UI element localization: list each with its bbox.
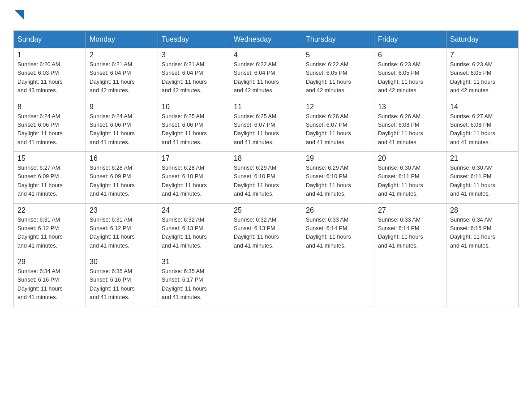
day-number: 9	[90, 103, 154, 111]
day-info: Sunrise: 6:24 AM Sunset: 6:06 PM Dayligh…	[90, 112, 154, 147]
calendar-cell: 6 Sunrise: 6:23 AM Sunset: 6:05 PM Dayli…	[374, 48, 446, 100]
day-info: Sunrise: 6:23 AM Sunset: 6:05 PM Dayligh…	[450, 60, 515, 95]
day-number: 7	[450, 51, 515, 59]
day-info: Sunrise: 6:33 AM Sunset: 6:14 PM Dayligh…	[306, 216, 370, 251]
day-info: Sunrise: 6:33 AM Sunset: 6:14 PM Dayligh…	[378, 216, 442, 251]
day-info: Sunrise: 6:26 AM Sunset: 6:08 PM Dayligh…	[378, 112, 442, 147]
weekday-header-friday: Friday	[374, 31, 446, 48]
day-number: 17	[162, 154, 226, 163]
day-number: 15	[17, 154, 82, 163]
calendar-cell: 25 Sunrise: 6:32 AM Sunset: 6:13 PM Dayl…	[230, 203, 302, 255]
day-info: Sunrise: 6:30 AM Sunset: 6:11 PM Dayligh…	[378, 164, 442, 199]
calendar-cell	[230, 255, 302, 307]
day-number: 24	[162, 206, 226, 214]
calendar-cell: 19 Sunrise: 6:29 AM Sunset: 6:10 PM Dayl…	[302, 152, 374, 204]
calendar-cell: 20 Sunrise: 6:30 AM Sunset: 6:11 PM Dayl…	[374, 152, 446, 204]
weekday-header-monday: Monday	[86, 31, 158, 48]
calendar-cell: 27 Sunrise: 6:33 AM Sunset: 6:14 PM Dayl…	[374, 203, 446, 255]
day-info: Sunrise: 6:25 AM Sunset: 6:06 PM Dayligh…	[162, 112, 226, 147]
calendar-week-row: 1 Sunrise: 6:20 AM Sunset: 6:03 PM Dayli…	[14, 48, 519, 100]
day-info: Sunrise: 6:29 AM Sunset: 6:10 PM Dayligh…	[306, 164, 370, 199]
day-info: Sunrise: 6:24 AM Sunset: 6:06 PM Dayligh…	[17, 112, 82, 147]
day-info: Sunrise: 6:21 AM Sunset: 6:04 PM Dayligh…	[162, 60, 226, 95]
calendar-week-row: 22 Sunrise: 6:31 AM Sunset: 6:12 PM Dayl…	[14, 203, 519, 255]
calendar-cell: 29 Sunrise: 6:34 AM Sunset: 6:16 PM Dayl…	[14, 255, 86, 307]
calendar-cell: 9 Sunrise: 6:24 AM Sunset: 6:06 PM Dayli…	[86, 100, 158, 152]
day-info: Sunrise: 6:35 AM Sunset: 6:17 PM Dayligh…	[162, 267, 226, 302]
day-number: 29	[17, 258, 82, 266]
day-number: 20	[378, 154, 442, 163]
day-number: 22	[17, 206, 82, 214]
calendar-cell: 4 Sunrise: 6:22 AM Sunset: 6:04 PM Dayli…	[230, 48, 302, 100]
day-info: Sunrise: 6:31 AM Sunset: 6:12 PM Dayligh…	[17, 216, 82, 251]
day-number: 4	[234, 51, 298, 59]
day-info: Sunrise: 6:35 AM Sunset: 6:16 PM Dayligh…	[90, 267, 154, 302]
svg-marker-0	[14, 10, 24, 20]
weekday-header-row: SundayMondayTuesdayWednesdayThursdayFrid…	[14, 31, 519, 48]
calendar-cell: 28 Sunrise: 6:34 AM Sunset: 6:15 PM Dayl…	[446, 203, 519, 255]
day-info: Sunrise: 6:32 AM Sunset: 6:13 PM Dayligh…	[234, 216, 298, 251]
calendar-cell: 21 Sunrise: 6:30 AM Sunset: 6:11 PM Dayl…	[446, 152, 519, 204]
calendar-table: SundayMondayTuesdayWednesdayThursdayFrid…	[13, 30, 519, 307]
day-info: Sunrise: 6:29 AM Sunset: 6:10 PM Dayligh…	[234, 164, 298, 199]
day-number: 27	[378, 206, 442, 214]
day-info: Sunrise: 6:23 AM Sunset: 6:05 PM Dayligh…	[378, 60, 442, 95]
calendar-cell: 15 Sunrise: 6:27 AM Sunset: 6:09 PM Dayl…	[14, 152, 86, 204]
day-number: 1	[17, 51, 82, 59]
calendar-cell: 1 Sunrise: 6:20 AM Sunset: 6:03 PM Dayli…	[14, 48, 86, 100]
day-number: 30	[90, 258, 154, 266]
calendar-cell	[302, 255, 374, 307]
day-number: 6	[378, 51, 442, 59]
day-info: Sunrise: 6:27 AM Sunset: 6:09 PM Dayligh…	[17, 164, 82, 199]
day-info: Sunrise: 6:31 AM Sunset: 6:12 PM Dayligh…	[90, 216, 154, 251]
day-number: 13	[378, 103, 442, 111]
day-number: 16	[90, 154, 154, 163]
logo	[13, 9, 24, 21]
day-info: Sunrise: 6:25 AM Sunset: 6:07 PM Dayligh…	[234, 112, 298, 147]
calendar-cell: 22 Sunrise: 6:31 AM Sunset: 6:12 PM Dayl…	[14, 203, 86, 255]
weekday-header-saturday: Saturday	[446, 31, 519, 48]
day-info: Sunrise: 6:34 AM Sunset: 6:16 PM Dayligh…	[17, 267, 82, 302]
calendar-cell: 5 Sunrise: 6:22 AM Sunset: 6:05 PM Dayli…	[302, 48, 374, 100]
day-info: Sunrise: 6:20 AM Sunset: 6:03 PM Dayligh…	[17, 60, 82, 95]
calendar-cell: 7 Sunrise: 6:23 AM Sunset: 6:05 PM Dayli…	[446, 48, 519, 100]
calendar-cell: 11 Sunrise: 6:25 AM Sunset: 6:07 PM Dayl…	[230, 100, 302, 152]
calendar-cell: 31 Sunrise: 6:35 AM Sunset: 6:17 PM Dayl…	[158, 255, 230, 307]
day-info: Sunrise: 6:26 AM Sunset: 6:07 PM Dayligh…	[306, 112, 370, 147]
calendar-cell: 17 Sunrise: 6:28 AM Sunset: 6:10 PM Dayl…	[158, 152, 230, 204]
day-number: 31	[162, 258, 226, 266]
day-number: 21	[450, 154, 515, 163]
weekday-header-tuesday: Tuesday	[158, 31, 230, 48]
calendar-week-row: 15 Sunrise: 6:27 AM Sunset: 6:09 PM Dayl…	[14, 152, 519, 204]
day-number: 14	[450, 103, 515, 111]
calendar-cell: 13 Sunrise: 6:26 AM Sunset: 6:08 PM Dayl…	[374, 100, 446, 152]
day-number: 23	[90, 206, 154, 214]
weekday-header-thursday: Thursday	[302, 31, 374, 48]
day-number: 26	[306, 206, 370, 214]
calendar-cell: 24 Sunrise: 6:32 AM Sunset: 6:13 PM Dayl…	[158, 203, 230, 255]
day-info: Sunrise: 6:21 AM Sunset: 6:04 PM Dayligh…	[90, 60, 154, 95]
calendar-cell: 14 Sunrise: 6:27 AM Sunset: 6:08 PM Dayl…	[446, 100, 519, 152]
day-number: 11	[234, 103, 298, 111]
day-info: Sunrise: 6:22 AM Sunset: 6:05 PM Dayligh…	[306, 60, 370, 95]
calendar-cell: 8 Sunrise: 6:24 AM Sunset: 6:06 PM Dayli…	[14, 100, 86, 152]
day-info: Sunrise: 6:27 AM Sunset: 6:08 PM Dayligh…	[450, 112, 515, 147]
day-info: Sunrise: 6:22 AM Sunset: 6:04 PM Dayligh…	[234, 60, 298, 95]
calendar-cell: 12 Sunrise: 6:26 AM Sunset: 6:07 PM Dayl…	[302, 100, 374, 152]
calendar-cell: 23 Sunrise: 6:31 AM Sunset: 6:12 PM Dayl…	[86, 203, 158, 255]
calendar-cell: 26 Sunrise: 6:33 AM Sunset: 6:14 PM Dayl…	[302, 203, 374, 255]
day-number: 5	[306, 51, 370, 59]
day-number: 18	[234, 154, 298, 163]
logo-triangle-icon	[14, 10, 24, 21]
day-number: 19	[306, 154, 370, 163]
calendar-cell: 16 Sunrise: 6:28 AM Sunset: 6:09 PM Dayl…	[86, 152, 158, 204]
day-info: Sunrise: 6:34 AM Sunset: 6:15 PM Dayligh…	[450, 216, 515, 251]
calendar-cell: 2 Sunrise: 6:21 AM Sunset: 6:04 PM Dayli…	[86, 48, 158, 100]
day-info: Sunrise: 6:28 AM Sunset: 6:09 PM Dayligh…	[90, 164, 154, 199]
calendar-cell	[374, 255, 446, 307]
day-number: 10	[162, 103, 226, 111]
calendar-cell: 10 Sunrise: 6:25 AM Sunset: 6:06 PM Dayl…	[158, 100, 230, 152]
day-number: 25	[234, 206, 298, 214]
day-info: Sunrise: 6:28 AM Sunset: 6:10 PM Dayligh…	[162, 164, 226, 199]
calendar-week-row: 8 Sunrise: 6:24 AM Sunset: 6:06 PM Dayli…	[14, 100, 519, 152]
